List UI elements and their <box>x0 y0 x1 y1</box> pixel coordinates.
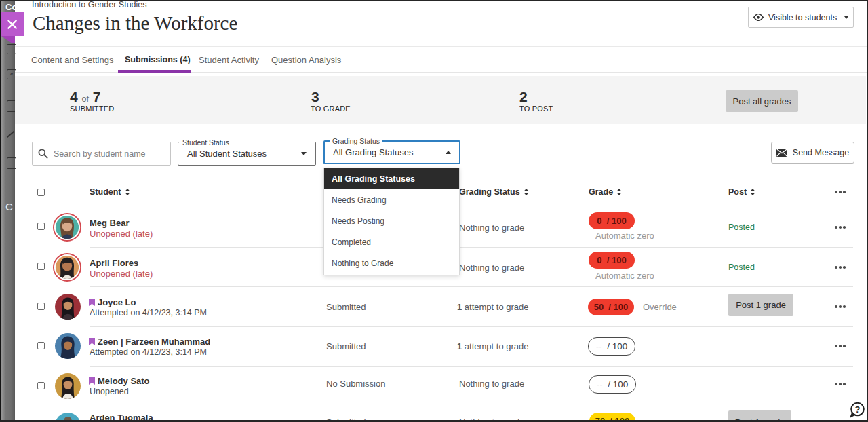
svg-text:?: ? <box>855 404 861 415</box>
